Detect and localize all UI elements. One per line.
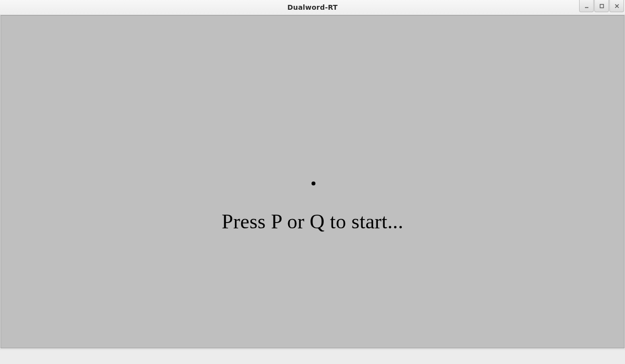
minimize-icon [584, 1, 589, 11]
experiment-canvas[interactable]: Press P or Q to start... [1, 16, 624, 348]
window-controls [579, 0, 625, 14]
close-button[interactable] [609, 0, 624, 12]
maximize-button[interactable] [594, 0, 609, 12]
statusbar [0, 349, 625, 364]
close-icon [614, 1, 620, 11]
instruction-text: Press P or Q to start... [1, 210, 624, 233]
svg-rect-1 [600, 4, 604, 8]
maximize-icon [599, 1, 604, 11]
window-title: Dualword-RT [287, 3, 337, 11]
content-frame: Press P or Q to start... [0, 15, 625, 348]
fixation-dot [312, 182, 315, 185]
minimize-button[interactable] [579, 0, 594, 12]
titlebar: Dualword-RT [0, 0, 625, 15]
